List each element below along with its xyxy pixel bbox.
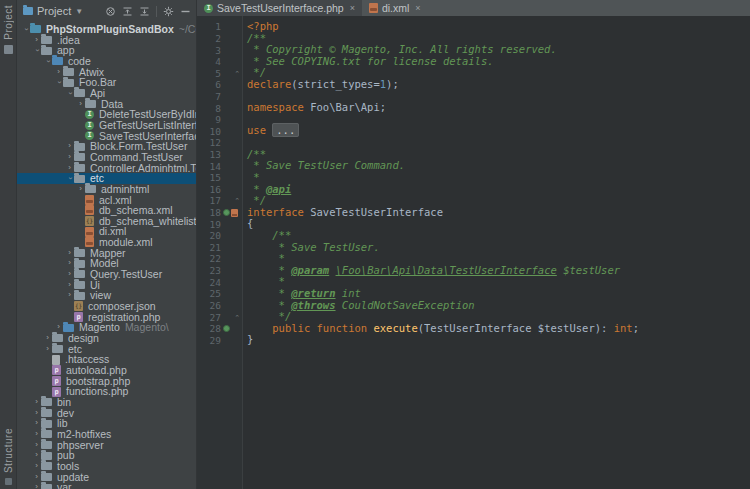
line-number[interactable]: 22 xyxy=(197,253,221,264)
tree-item-controller-adminhtml-testuser[interactable]: ›Controller.Adminhtml.TestUser xyxy=(17,163,196,174)
line-number[interactable]: 8 xyxy=(197,103,221,114)
code-line-4[interactable]: * See COPYING.txt for license details. xyxy=(247,56,750,68)
line-number[interactable]: 26 xyxy=(197,300,221,311)
line-number[interactable]: 9 xyxy=(197,114,221,125)
line-number[interactable]: 25 xyxy=(197,288,221,299)
tree-toggle-icon[interactable]: › xyxy=(32,450,41,461)
line-number[interactable]: 23 xyxy=(197,265,221,276)
close-tab-icon[interactable]: × xyxy=(415,3,420,13)
code-line-29[interactable]: } xyxy=(247,334,750,346)
line-number[interactable]: 10 xyxy=(197,126,221,137)
tree-item-var[interactable]: ›var xyxy=(17,482,196,489)
tree-item-app[interactable]: ›app xyxy=(17,45,196,56)
line-number[interactable]: 3 xyxy=(197,45,221,56)
tree-item-command-testuser[interactable]: ›Command.TestUser xyxy=(17,152,196,163)
code-line-8[interactable]: namespace Foo\Bar\Api; xyxy=(247,102,750,114)
tree-item-m2-hotfixes[interactable]: ›m2-hotfixes xyxy=(17,429,196,440)
tree-toggle-icon[interactable]: › xyxy=(32,429,41,440)
line-number[interactable]: 6 xyxy=(197,79,221,90)
project-stripe-button[interactable]: Project xyxy=(3,5,14,40)
hide-panel-button[interactable] xyxy=(180,6,191,17)
code-line-18[interactable]: interface SaveTestUserInterface xyxy=(247,207,750,219)
tree-toggle-icon[interactable]: › xyxy=(65,248,74,259)
code-line-15[interactable]: * xyxy=(247,172,750,184)
code-line-1[interactable]: <?php xyxy=(247,21,750,33)
code-line-9[interactable] xyxy=(247,114,750,126)
line-number[interactable]: 1 xyxy=(197,21,221,32)
line-number[interactable]: 29 xyxy=(197,335,221,346)
tree-item-adminhtml[interactable]: ›adminhtml xyxy=(17,184,196,195)
tree-item-update[interactable]: ›update xyxy=(17,472,196,483)
line-number[interactable]: 5 xyxy=(197,68,221,79)
line-number[interactable]: 27 xyxy=(197,312,221,323)
tree-item-gettestuserlistinterface-php[interactable]: GetTestUserListInterface.php xyxy=(17,120,196,131)
tree-toggle-icon[interactable]: › xyxy=(32,397,41,408)
editor-tab-savetestuserinterface-php[interactable]: SaveTestUserInterface.php× xyxy=(197,0,362,16)
folded-region[interactable]: ... xyxy=(272,123,299,137)
code-line-6[interactable]: declare(strict_types=1); xyxy=(247,79,750,91)
tree-toggle-icon[interactable]: › xyxy=(65,290,74,301)
tree-toggle-icon[interactable]: › xyxy=(65,280,74,291)
structure-stripe-button[interactable]: Structure xyxy=(3,428,14,473)
tree-toggle-icon[interactable]: › xyxy=(32,472,41,483)
line-number[interactable]: 17 xyxy=(197,195,221,206)
collapse-all-button[interactable] xyxy=(122,6,133,17)
fold-marker-icon[interactable]: ⌃ xyxy=(234,197,240,204)
fold-marker-icon[interactable]: ⌃ xyxy=(234,70,240,77)
tree-item-query-testuser[interactable]: ›Query.TestUser xyxy=(17,269,196,280)
line-number[interactable]: 2 xyxy=(197,33,221,44)
line-number[interactable]: 16 xyxy=(197,184,221,195)
tree-item-magento[interactable]: ›MagentoMagento\ xyxy=(17,322,196,333)
tree-toggle-icon[interactable]: › xyxy=(32,408,41,419)
implemented-marker-icon[interactable] xyxy=(223,325,230,332)
close-tab-icon[interactable]: × xyxy=(350,3,355,13)
tree-toggle-icon[interactable]: › xyxy=(76,99,85,110)
code-line-14[interactable]: * Save TestUser Command. xyxy=(247,160,750,172)
tree-toggle-icon[interactable]: › xyxy=(32,482,41,489)
code-line-12[interactable] xyxy=(247,137,750,149)
code-line-10[interactable]: use ... xyxy=(247,125,750,137)
project-view-selector[interactable]: Project ▼ xyxy=(23,5,83,17)
tree-toggle-icon[interactable]: › xyxy=(65,163,74,174)
tree-toggle-icon[interactable]: › xyxy=(32,440,41,451)
code-line-26[interactable]: * @throws CouldNotSaveException xyxy=(247,300,750,312)
tree-item--idea[interactable]: ›.idea xyxy=(17,35,196,46)
line-number[interactable]: 21 xyxy=(197,242,221,253)
line-number[interactable]: 4 xyxy=(197,56,221,67)
tree-item-phpserver[interactable]: ›phpserver xyxy=(17,440,196,451)
tree-toggle-icon[interactable]: › xyxy=(54,67,63,78)
tree-item-tools[interactable]: ›tools xyxy=(17,461,196,472)
line-number[interactable]: 7 xyxy=(197,91,221,102)
tree-toggle-icon[interactable]: › xyxy=(43,333,52,344)
tree-toggle-icon[interactable]: › xyxy=(32,461,41,472)
code-editor[interactable]: <?php/** * Copyright © Magento, Inc. All… xyxy=(243,16,750,489)
tree-toggle-icon[interactable]: › xyxy=(32,35,41,46)
line-number[interactable]: 28 xyxy=(197,323,221,334)
tree-toggle-icon[interactable]: › xyxy=(43,344,52,355)
line-number[interactable]: 15 xyxy=(197,172,221,183)
settings-gear-icon[interactable] xyxy=(163,6,174,17)
code-line-21[interactable]: * Save TestUser. xyxy=(247,242,750,254)
code-line-16[interactable]: * @api xyxy=(247,184,750,196)
line-number[interactable]: 20 xyxy=(197,230,221,241)
tree-item-foo-bar[interactable]: ›Foo.Bar xyxy=(17,77,196,88)
line-number[interactable]: 13 xyxy=(197,149,221,160)
code-line-19[interactable]: { xyxy=(247,218,750,230)
tree-toggle-icon[interactable]: › xyxy=(65,258,74,269)
tree-item-dev[interactable]: ›dev xyxy=(17,408,196,419)
tree-toggle-icon[interactable]: › xyxy=(65,141,74,152)
line-number[interactable]: 14 xyxy=(197,161,221,172)
tree-item-design[interactable]: ›design xyxy=(17,333,196,344)
code-line-23[interactable]: * @param \Foo\Bar\Api\Data\TestUserInter… xyxy=(247,265,750,277)
tree-item-api[interactable]: ›Api xyxy=(17,88,196,99)
line-number[interactable]: 19 xyxy=(197,219,221,230)
tree-toggle-icon[interactable]: › xyxy=(65,152,74,163)
fold-marker-icon[interactable]: ⌃ xyxy=(234,314,240,321)
project-tool-icon[interactable] xyxy=(4,45,13,54)
tree-toggle-icon[interactable]: › xyxy=(32,418,41,429)
tree-toggle-icon[interactable]: › xyxy=(76,184,85,195)
line-number[interactable]: 24 xyxy=(197,277,221,288)
editor-tab-di-xml[interactable]: di.xml× xyxy=(362,0,428,16)
tree-item-code[interactable]: ›code xyxy=(17,56,196,67)
implemented-marker-icon[interactable] xyxy=(223,209,230,216)
